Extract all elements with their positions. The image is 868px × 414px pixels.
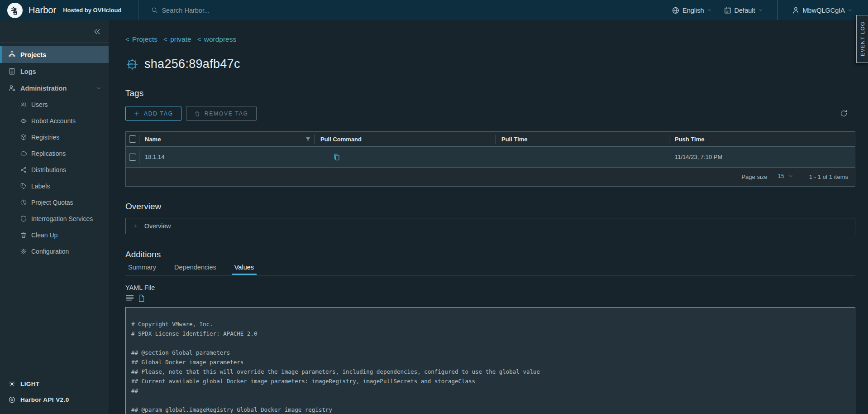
pie-chart-icon — [20, 199, 27, 206]
sidebar-footer: LIGHT Harbor API V2.0 — [0, 376, 109, 414]
chevron-right-icon — [133, 223, 138, 229]
breadcrumb-separator: < — [163, 35, 167, 43]
yaml-content[interactable]: # Copyright VMware, Inc. # SPDX-License-… — [125, 307, 855, 414]
overview-accordion[interactable]: Overview — [125, 218, 855, 234]
additions-tabs: Summary Dependencies Values — [125, 264, 855, 275]
gear-icon — [20, 248, 27, 255]
trash-icon — [20, 231, 27, 239]
users-icon — [20, 101, 27, 108]
trash-icon — [194, 111, 200, 117]
svg-text:HELM: HELM — [129, 63, 136, 66]
user-menu[interactable]: MbwQLGCgIA — [777, 0, 868, 20]
breadcrumb: < Projects < private < wordpress — [125, 35, 855, 43]
harbor-logo-icon — [7, 3, 23, 18]
column-header-push-time: Push Time — [669, 132, 855, 146]
tab-summary[interactable]: Summary — [125, 264, 159, 275]
push-time-cell: 11/14/23, 7:10 PM — [669, 147, 855, 167]
api-link-label: Harbor API V2.0 — [20, 396, 69, 403]
chevron-down-icon — [758, 8, 763, 13]
table-footer: Page size 15 1 - 1 of 1 items — [126, 168, 855, 186]
admin-user-gear-icon — [8, 84, 16, 92]
breadcrumb-label: private — [170, 35, 191, 43]
sidebar-item-projects[interactable]: Projects — [0, 46, 109, 63]
harbor-api-link[interactable]: Harbor API V2.0 — [0, 392, 109, 408]
row-checkbox[interactable] — [129, 154, 136, 161]
add-tag-label: ADD TAG — [144, 111, 173, 117]
tags-toolbar: ADD TAG REMOVE TAG — [125, 106, 855, 121]
sidebar-item-users[interactable]: Users — [0, 96, 109, 113]
table-row: 18.1.14 11/14/23, 7:10 PM — [126, 147, 855, 168]
sidebar-item-robot-accounts[interactable]: Robot Accounts — [0, 113, 109, 129]
tag-icon — [20, 183, 27, 190]
sidebar-item-interrogation-services[interactable]: Interrogation Services — [0, 211, 109, 227]
yaml-view-toggles — [125, 294, 855, 303]
pull-time-cell — [496, 147, 669, 167]
column-label: Push Time — [675, 136, 705, 143]
side-nav: Projects Logs Administration — [0, 43, 109, 260]
language-menu[interactable]: English — [672, 6, 712, 14]
header-right: English Default MbwQLGCgIA — [672, 0, 868, 20]
select-all-checkbox[interactable] — [129, 135, 136, 143]
sidebar-item-configuration[interactable]: Configuration — [0, 243, 109, 260]
breadcrumb-wordpress[interactable]: < wordpress — [197, 35, 237, 43]
sidebar-item-labels[interactable]: Labels — [0, 178, 109, 194]
tag-name-cell: 18.1.14 — [139, 147, 315, 167]
org-chart-icon — [8, 51, 16, 58]
theme-toggle[interactable]: LIGHT — [0, 376, 109, 392]
sidebar-item-logs[interactable]: Logs — [0, 63, 109, 80]
overview-heading: Overview — [125, 202, 855, 212]
theme-toggle-label: LIGHT — [20, 380, 40, 387]
breadcrumb-separator: < — [197, 35, 201, 43]
add-tag-button[interactable]: ADD TAG — [125, 106, 181, 121]
sidebar-item-distributions[interactable]: Distributions — [0, 162, 109, 178]
sidebar-item-administration[interactable]: Administration — [0, 80, 109, 96]
sidebar-item-label: Configuration — [31, 248, 69, 255]
sidebar-item-label: Registries — [31, 134, 59, 141]
sidebar-item-label: Logs — [20, 68, 36, 75]
page-title: sha256:89afb47c — [144, 57, 240, 71]
sidebar-item-label: Administration — [20, 85, 67, 92]
tab-dependencies[interactable]: Dependencies — [172, 264, 219, 275]
select-all-cell — [126, 132, 139, 146]
username-label: MbwQLGCgIA — [803, 7, 845, 14]
app-header: Harbor Hosted by OVHcloud English Defaul… — [0, 0, 868, 20]
sidebar-item-label: Project Quotas — [31, 199, 73, 206]
brand-name: Harbor — [29, 5, 56, 15]
search-input[interactable] — [162, 7, 306, 14]
breadcrumb-projects[interactable]: < Projects — [125, 35, 157, 43]
sidebar-item-registries[interactable]: Registries — [0, 129, 109, 145]
copy-icon[interactable] — [332, 153, 341, 162]
remove-tag-button[interactable]: REMOVE TAG — [186, 106, 257, 121]
sidebar-collapse-row — [0, 20, 109, 43]
list-view-icon[interactable] — [125, 294, 134, 303]
global-search — [138, 0, 306, 20]
sidebar-item-project-quotas[interactable]: Project Quotas — [0, 194, 109, 211]
event-log-tab[interactable]: EVENT LOG — [856, 15, 868, 63]
sidebar-item-label: Users — [31, 101, 48, 108]
column-label: Name — [145, 136, 161, 143]
yaml-file-label: YAML File — [125, 284, 855, 291]
tags-table: Name Pull Command Pull Time Push Time — [125, 131, 855, 187]
registry-menu[interactable]: Default — [724, 6, 763, 14]
refresh-icon[interactable] — [839, 109, 848, 118]
share-icon — [20, 166, 27, 173]
breadcrumb-private[interactable]: < private — [163, 35, 191, 43]
sidebar-item-clean-up[interactable]: Clean Up — [0, 227, 109, 243]
breadcrumb-label: wordpress — [204, 35, 237, 43]
file-view-icon[interactable] — [137, 294, 146, 303]
helm-chart-icon: HELM — [125, 58, 139, 71]
page-size-select[interactable]: 15 — [774, 173, 795, 181]
sidebar-item-replications[interactable]: Replications — [0, 145, 109, 162]
collapse-sidebar-icon[interactable] — [93, 27, 102, 36]
globe-icon — [672, 6, 680, 14]
column-header-pull-command: Pull Command — [315, 132, 496, 146]
tab-values[interactable]: Values — [232, 264, 257, 275]
brand[interactable]: Harbor Hosted by OVHcloud — [0, 3, 121, 18]
cube-icon — [20, 134, 27, 141]
chevron-down-icon — [788, 173, 793, 179]
api-icon — [8, 396, 16, 404]
breadcrumb-label: Projects — [132, 35, 157, 43]
filter-icon[interactable] — [305, 136, 311, 143]
registry-label: Default — [734, 7, 755, 14]
shield-icon — [20, 215, 27, 222]
